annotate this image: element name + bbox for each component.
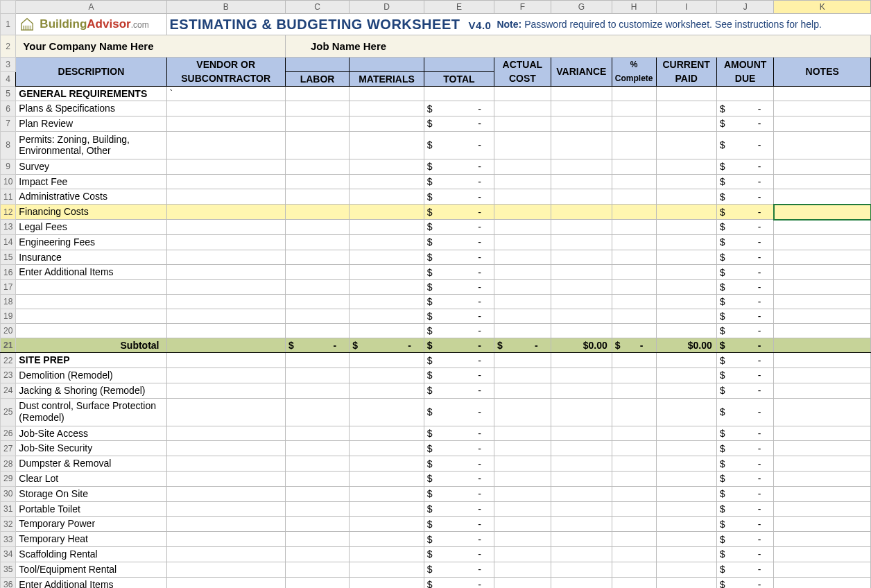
row-6[interactable]: 6 [1, 101, 16, 116]
row-25[interactable]: 25 [1, 398, 16, 426]
money-cell[interactable]: $- [494, 338, 551, 353]
notes-cell[interactable] [774, 116, 871, 132]
description-cell[interactable]: Enter Additional Items [16, 265, 166, 280]
row-23[interactable]: 23 [1, 368, 16, 383]
subtotal-variance[interactable]: $0.00 [551, 338, 612, 353]
money-cell[interactable]: $- [424, 368, 494, 383]
description-cell[interactable]: Job-Site Security [16, 441, 166, 456]
empty-cell[interactable] [285, 398, 349, 426]
empty-cell[interactable] [350, 368, 424, 383]
description-cell[interactable]: Permits: Zoning, Building, Environmental… [16, 131, 166, 159]
empty-cell[interactable] [494, 383, 551, 398]
description-cell[interactable] [16, 280, 166, 295]
money-cell[interactable]: $- [424, 159, 494, 174]
row-28[interactable]: 28 [1, 456, 16, 472]
vendor-cell[interactable] [166, 324, 285, 338]
empty-cell[interactable] [285, 517, 349, 532]
row-18[interactable]: 18 [1, 295, 16, 309]
money-cell[interactable]: $- [424, 426, 494, 441]
vendor-cell[interactable] [166, 562, 285, 577]
empty-cell[interactable] [551, 368, 612, 383]
empty-cell[interactable] [494, 472, 551, 487]
empty-cell[interactable] [612, 562, 656, 577]
empty-cell[interactable] [494, 280, 551, 295]
empty-cell[interactable] [494, 189, 551, 205]
empty-cell[interactable] [551, 265, 612, 280]
row-30[interactable]: 30 [1, 486, 16, 501]
empty-cell[interactable] [612, 532, 656, 547]
money-cell[interactable]: $- [424, 562, 494, 577]
empty-cell[interactable] [656, 174, 716, 189]
description-cell[interactable]: Financing Costs [16, 205, 166, 220]
empty-cell[interactable] [656, 501, 716, 517]
empty-cell[interactable] [612, 234, 656, 250]
money-cell[interactable]: $- [424, 116, 494, 132]
empty-cell[interactable] [612, 456, 656, 472]
empty-cell[interactable] [612, 383, 656, 398]
row-17[interactable]: 17 [1, 280, 16, 295]
vendor-cell[interactable] [166, 131, 285, 159]
money-cell[interactable]: $- [716, 426, 774, 441]
empty-cell[interactable] [551, 86, 612, 101]
empty-cell[interactable] [551, 517, 612, 532]
empty-cell[interactable] [656, 472, 716, 487]
empty-cell[interactable] [285, 383, 349, 398]
empty-cell[interactable] [350, 86, 424, 101]
empty-cell[interactable] [656, 131, 716, 159]
money-cell[interactable]: $- [424, 234, 494, 250]
vendor-cell[interactable] [166, 295, 285, 309]
empty-cell[interactable] [656, 456, 716, 472]
description-cell[interactable]: Plans & Specifications [16, 101, 166, 116]
row-5[interactable]: 5 [1, 86, 16, 101]
row-2[interactable]: 2 [1, 35, 16, 58]
money-cell[interactable]: $- [424, 131, 494, 159]
description-cell[interactable]: Engineering Fees [16, 234, 166, 250]
vendor-cell[interactable] [166, 501, 285, 517]
empty-cell[interactable] [350, 174, 424, 189]
row-9[interactable]: 9 [1, 159, 16, 174]
description-cell[interactable]: Impact Fee [16, 174, 166, 189]
row-3[interactable]: 3 [1, 58, 16, 72]
empty-cell[interactable] [350, 324, 424, 338]
spreadsheet[interactable]: A B C D E F G H I J K 1 BuildingAdvisor.… [0, 0, 871, 588]
vendor-cell[interactable] [166, 441, 285, 456]
notes-cell[interactable] [774, 174, 871, 189]
empty-cell[interactable] [494, 456, 551, 472]
empty-cell[interactable] [285, 295, 349, 309]
empty-cell[interactable] [551, 501, 612, 517]
money-cell[interactable]: $- [716, 116, 774, 132]
empty-cell[interactable] [494, 234, 551, 250]
empty-cell[interactable] [551, 101, 612, 116]
empty-cell[interactable] [656, 517, 716, 532]
money-cell[interactable]: $- [716, 234, 774, 250]
vendor-cell[interactable] [166, 159, 285, 174]
description-cell[interactable] [16, 295, 166, 309]
notes-cell[interactable] [774, 189, 871, 205]
money-cell[interactable]: $- [716, 265, 774, 280]
vendor-cell[interactable] [166, 189, 285, 205]
empty-cell[interactable] [612, 547, 656, 562]
empty-cell[interactable] [285, 265, 349, 280]
empty-cell[interactable] [551, 562, 612, 577]
empty-cell[interactable] [612, 517, 656, 532]
empty-cell[interactable] [612, 220, 656, 235]
row-16[interactable]: 16 [1, 265, 16, 280]
empty-cell[interactable] [494, 398, 551, 426]
empty-cell[interactable] [350, 159, 424, 174]
empty-cell[interactable] [656, 426, 716, 441]
row-15[interactable]: 15 [1, 250, 16, 265]
vendor-cell[interactable] [166, 577, 285, 588]
money-cell[interactable]: $- [716, 131, 774, 159]
empty-cell[interactable] [285, 456, 349, 472]
empty-cell[interactable] [350, 116, 424, 132]
vendor-cell[interactable] [166, 517, 285, 532]
vendor-cell[interactable] [166, 368, 285, 383]
subtotal-vendor[interactable] [166, 338, 285, 353]
money-cell[interactable]: $- [716, 532, 774, 547]
money-cell[interactable]: $- [424, 101, 494, 116]
money-cell[interactable]: $- [716, 159, 774, 174]
col-E[interactable]: E [424, 1, 494, 14]
empty-cell[interactable] [551, 131, 612, 159]
empty-cell[interactable] [551, 234, 612, 250]
money-cell[interactable]: $- [424, 295, 494, 309]
